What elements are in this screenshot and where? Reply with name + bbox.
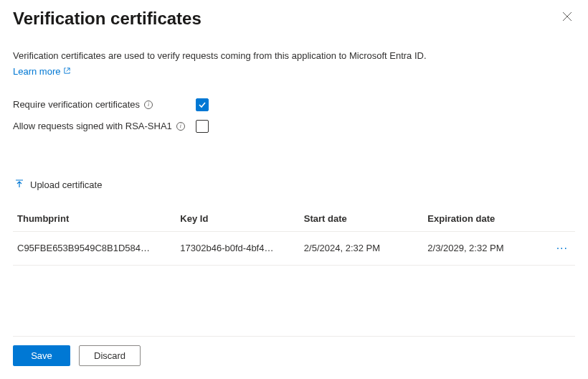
row-actions-button[interactable]: ··· <box>554 240 571 256</box>
require-cert-label: Require verification certificates <box>13 99 140 110</box>
page-title: Verification certificates <box>13 9 201 29</box>
col-start[interactable]: Start date <box>300 206 423 232</box>
save-button[interactable]: Save <box>13 345 70 366</box>
rsa-sha1-checkbox[interactable] <box>196 120 209 133</box>
rsa-sha1-label: Allow requests signed with RSA-SHA1 <box>13 121 172 131</box>
rsa-sha1-row: Allow requests signed with RSA-SHA1 i <box>13 116 575 137</box>
footer-bar: Save Discard <box>13 336 575 366</box>
external-link-icon <box>63 66 71 77</box>
table-row[interactable]: C95FBE653B9549C8B1D584… 17302b46-b0fd-4b… <box>13 231 575 265</box>
upload-label: Upload certificate <box>30 179 102 190</box>
col-thumbprint[interactable]: Thumbprint <box>13 206 176 232</box>
cell-start: 2/5/2024, 2:32 PM <box>300 231 423 265</box>
require-cert-checkbox[interactable] <box>196 98 209 111</box>
require-cert-row: Require verification certificates i <box>13 94 575 116</box>
close-icon[interactable] <box>559 9 575 24</box>
learn-more-link[interactable]: Learn more <box>13 66 71 77</box>
discard-button[interactable]: Discard <box>79 345 141 366</box>
cell-thumbprint: C95FBE653B9549C8B1D584… <box>13 231 176 265</box>
cell-expiration: 2/3/2029, 2:32 PM <box>423 231 546 265</box>
cell-keyid: 17302b46-b0fd-4bf4… <box>176 231 299 265</box>
certificates-table: Thumbprint Key Id Start date Expiration … <box>13 206 575 266</box>
col-keyid[interactable]: Key Id <box>176 206 299 232</box>
description-text: Verification certificates are used to ve… <box>13 49 515 63</box>
learn-more-label: Learn more <box>13 66 60 77</box>
info-icon[interactable]: i <box>176 122 185 131</box>
info-icon[interactable]: i <box>144 100 153 109</box>
upload-certificate-button[interactable]: Upload certificate <box>14 179 102 191</box>
col-expiration[interactable]: Expiration date <box>423 206 546 232</box>
upload-icon <box>14 179 24 191</box>
